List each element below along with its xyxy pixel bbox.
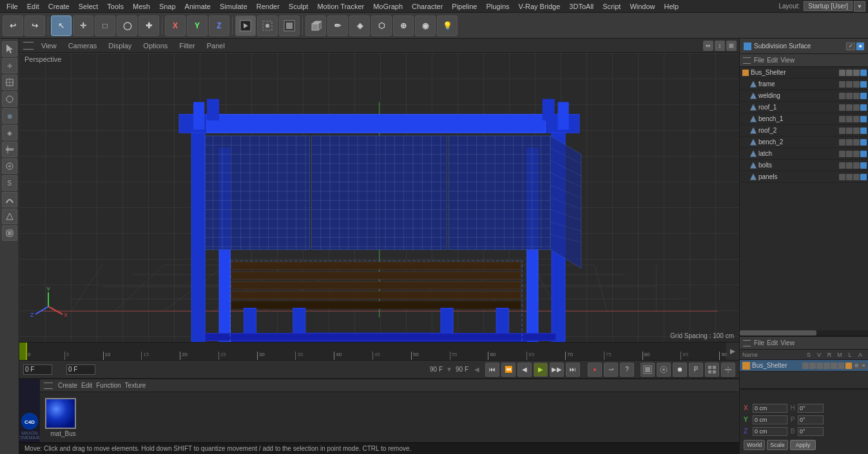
mode-btn-3[interactable]: ⏺ xyxy=(673,363,687,377)
menu-edit[interactable]: Edit xyxy=(23,1,43,12)
tree-item-bolts[interactable]: bolts xyxy=(740,160,868,171)
loop-btn[interactable]: ⤻ xyxy=(604,363,618,377)
tree-dot-r6[interactable] xyxy=(853,128,860,134)
subdiv-btn[interactable]: ◈ xyxy=(349,15,370,36)
lower-om-menu-view[interactable]: View xyxy=(780,339,795,346)
tree-item-panels[interactable]: panels xyxy=(740,171,868,183)
lower-tree-item-bus-shelter[interactable]: Bus_Shelter ⚙ ≡ xyxy=(740,360,868,372)
redo-btn[interactable]: ↪ xyxy=(24,15,45,36)
tree-dot-v7[interactable] xyxy=(846,139,853,146)
tab-options[interactable]: Options xyxy=(138,41,173,51)
tree-item-latch[interactable]: latch xyxy=(740,148,868,160)
coord-y-rot[interactable] xyxy=(798,415,824,424)
coord-x-rot[interactable] xyxy=(798,404,824,413)
select-tool-btn[interactable]: ↖ xyxy=(51,15,72,36)
sidebar-tool7-btn[interactable] xyxy=(2,142,17,157)
viewport-handle[interactable] xyxy=(22,40,35,52)
menu-window[interactable]: Window xyxy=(626,1,659,12)
om-menu-file[interactable]: File xyxy=(754,57,764,64)
x-axis-btn[interactable]: X xyxy=(165,15,186,36)
coord-system-dropdown[interactable]: World xyxy=(744,440,765,450)
material-slot-1[interactable]: mat_Bus xyxy=(45,398,81,437)
tree-dot-v9[interactable] xyxy=(846,162,853,169)
lower-om-handle[interactable] xyxy=(742,339,751,348)
viewport-ctrl-2[interactable]: ↕ xyxy=(715,41,725,51)
menu-snap[interactable]: Snap xyxy=(155,1,180,12)
menu-simulate[interactable]: Simulate xyxy=(216,1,251,12)
tree-dot-v2[interactable] xyxy=(846,81,853,88)
tree-dot-r3[interactable] xyxy=(853,93,860,99)
tree-dot-s10[interactable] xyxy=(839,174,845,180)
tree-dot-r7[interactable] xyxy=(853,139,860,146)
lower-om-menu-edit[interactable]: Edit xyxy=(767,339,778,346)
tree-dot-s4[interactable] xyxy=(839,104,845,111)
tree-dot-v6[interactable] xyxy=(846,128,853,134)
frame-start-input[interactable] xyxy=(23,364,52,375)
mode-btn-4[interactable]: P xyxy=(689,363,703,377)
sidebar-tool6-btn[interactable]: ◈ xyxy=(2,125,17,140)
menu-file[interactable]: File xyxy=(3,1,22,12)
tree-dot-r5[interactable] xyxy=(853,116,860,122)
lower-dot-r[interactable] xyxy=(816,363,823,369)
mode-btn-6[interactable] xyxy=(721,363,735,377)
mat-menu-create[interactable]: Create xyxy=(58,382,77,389)
cube-btn[interactable] xyxy=(305,15,326,36)
layout-selector[interactable]: Startup [User] xyxy=(804,1,853,11)
mat-menu-texture[interactable]: Texture xyxy=(125,382,146,389)
sidebar-tool5-btn[interactable]: ⊕ xyxy=(2,108,17,124)
add-btn[interactable]: ✚ xyxy=(139,15,159,36)
go-to-start-btn[interactable]: ⏮ xyxy=(485,363,499,377)
mode-btn-2[interactable] xyxy=(657,363,671,377)
go-to-end-btn[interactable]: ⏭ xyxy=(566,363,580,377)
scale-tool-btn[interactable]: □ xyxy=(95,15,115,36)
tree-dot-s8[interactable] xyxy=(839,151,845,157)
tree-dot-s6[interactable] xyxy=(839,128,845,134)
tree-dot-s3[interactable] xyxy=(839,93,845,99)
menu-animate[interactable]: Animate xyxy=(181,1,215,12)
tree-dot-s9[interactable] xyxy=(839,162,845,169)
menu-plugins[interactable]: Plugins xyxy=(482,1,513,12)
render-view-btn[interactable] xyxy=(235,15,256,36)
tree-dot-s2[interactable] xyxy=(839,81,845,88)
tree-dot-v10[interactable] xyxy=(846,174,853,180)
om-handle[interactable] xyxy=(742,56,751,65)
effector-btn[interactable]: ⊕ xyxy=(393,15,414,36)
viewport-3d[interactable]: Perspective xyxy=(19,53,739,342)
record-btn[interactable]: ● xyxy=(588,363,602,377)
tree-dot-v8[interactable] xyxy=(846,151,853,157)
z-axis-btn[interactable]: Z xyxy=(209,15,229,36)
om-menu-edit[interactable]: Edit xyxy=(767,57,778,64)
menu-motion-tracker[interactable]: Motion Tracker xyxy=(313,1,368,12)
menu-pipeline[interactable]: Pipeline xyxy=(448,1,481,12)
subdiv-check[interactable]: ✓ xyxy=(846,43,855,50)
motion-btn[interactable]: ? xyxy=(620,363,634,377)
mat-handle[interactable] xyxy=(43,381,54,391)
play-btn[interactable]: ▶ xyxy=(534,363,548,377)
menu-render[interactable]: Render xyxy=(253,1,284,12)
sidebar-tool10-btn[interactable] xyxy=(2,192,17,207)
sidebar-move-btn[interactable]: ✛ xyxy=(2,58,17,73)
timeline-end-btn[interactable] xyxy=(726,343,739,360)
tree-dot-r[interactable] xyxy=(853,70,860,76)
tree-dot-v5[interactable] xyxy=(846,116,853,122)
tree-item-welding[interactable]: welding xyxy=(740,90,868,102)
tree-dot-s7[interactable] xyxy=(839,139,845,146)
tree-dot-r8[interactable] xyxy=(853,151,860,157)
sidebar-tool12-btn[interactable] xyxy=(2,225,17,241)
sidebar-rotate-btn[interactable] xyxy=(2,91,17,107)
sidebar-tool9-btn[interactable]: S xyxy=(2,175,17,191)
tree-dot-s5[interactable] xyxy=(839,116,845,122)
sidebar-tool11-btn[interactable] xyxy=(2,209,17,224)
deform-btn[interactable]: ⬡ xyxy=(371,15,392,36)
frame-current-input[interactable] xyxy=(66,364,95,375)
tree-item-roof1[interactable]: roof_1 xyxy=(740,102,868,113)
lower-dot-l[interactable] xyxy=(831,363,837,369)
menu-select[interactable]: Select xyxy=(75,1,102,12)
lower-dot-v[interactable] xyxy=(809,363,816,369)
sidebar-scale-btn[interactable] xyxy=(2,75,17,90)
om-scrollbar[interactable] xyxy=(740,330,868,336)
apply-button[interactable]: Apply xyxy=(790,440,816,450)
tree-item-frame[interactable]: frame xyxy=(740,79,868,90)
tab-panel[interactable]: Panel xyxy=(202,41,230,51)
tree-dot-r10[interactable] xyxy=(853,174,860,180)
